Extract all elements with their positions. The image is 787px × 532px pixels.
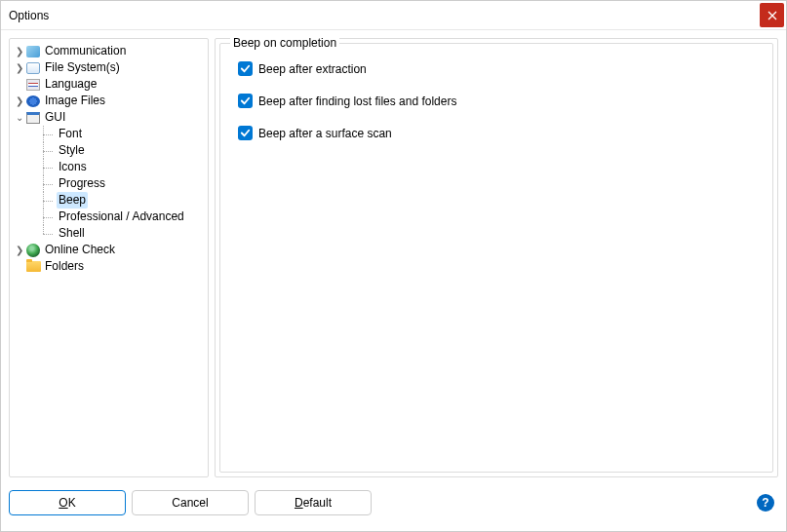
tree-label: Communication (43, 43, 128, 59)
titlebar: Options (1, 1, 786, 30)
tree-item-onlinecheck[interactable]: ❯ Online Check (12, 242, 206, 258)
check-icon (240, 128, 251, 138)
tree-children-gui: Font Style Icons Progress Beep Professio… (12, 126, 206, 242)
close-icon (767, 11, 777, 20)
tree-label: Language (43, 76, 98, 93)
checkbox-beep-surfacescan[interactable] (238, 126, 253, 140)
help-button[interactable]: ? (757, 494, 774, 512)
tree-item-language[interactable]: Language (12, 76, 206, 93)
window-title: Options (9, 9, 760, 22)
tree-label: Folders (43, 258, 86, 275)
tree-label: File System(s) (43, 59, 122, 76)
checkbox-label: Beep after finding lost files and folder… (258, 95, 456, 108)
close-button[interactable] (760, 3, 784, 27)
tree-item-icons[interactable]: Icons (12, 159, 206, 175)
tree-item-communication[interactable]: ❯ Communication (12, 43, 206, 59)
checkbox-label: Beep after a surface scan (258, 127, 392, 140)
tree-item-filesystems[interactable]: ❯ File System(s) (12, 59, 206, 76)
tree-label: Image Files (43, 93, 107, 109)
tree-item-gui[interactable]: ⌄ GUI (12, 109, 206, 126)
tree-item-beep[interactable]: Beep (12, 192, 206, 209)
default-button[interactable]: Default (255, 490, 372, 515)
communication-icon (25, 44, 41, 59)
fieldset-legend: Beep on completion (230, 36, 339, 50)
tree-label: Shell (57, 225, 87, 242)
chevron-right-icon[interactable]: ❯ (14, 93, 25, 109)
content-area: ❯ Communication ❯ File System(s) Languag… (1, 30, 786, 485)
check-icon (240, 63, 251, 74)
ok-button[interactable]: OK (9, 490, 126, 515)
tree-item-font[interactable]: Font (12, 126, 206, 142)
tree-item-folders[interactable]: Folders (12, 258, 206, 275)
folders-icon (25, 259, 41, 275)
button-bar: OK Cancel Default ? (1, 485, 786, 524)
settings-panel: Beep on completion Beep after extraction… (215, 38, 778, 477)
tree-item-imagefiles[interactable]: ❯ Image Files (12, 93, 206, 109)
image-files-icon (25, 94, 41, 109)
tree-label: Style (57, 142, 87, 159)
tree-label: Online Check (43, 242, 117, 258)
chevron-down-icon[interactable]: ⌄ (14, 109, 25, 126)
tree-label: Icons (57, 159, 89, 175)
checkbox-label: Beep after extraction (258, 62, 367, 76)
tree-item-progress[interactable]: Progress (12, 175, 206, 192)
checkbox-beep-extraction[interactable] (238, 61, 253, 76)
tree-label: Font (57, 126, 84, 142)
chevron-right-icon[interactable]: ❯ (14, 242, 25, 258)
tree-label: GUI (43, 109, 67, 126)
cancel-button[interactable]: Cancel (132, 490, 249, 515)
checkbox-row-lostfiles[interactable]: Beep after finding lost files and folder… (238, 94, 755, 108)
chevron-right-icon[interactable]: ❯ (14, 43, 25, 59)
filesystem-icon (25, 60, 41, 76)
gui-icon (25, 110, 41, 126)
beep-fieldset: Beep on completion Beep after extraction… (219, 43, 773, 473)
checkbox-beep-lostfiles[interactable] (238, 94, 253, 108)
tree-label: Progress (57, 175, 107, 192)
checkbox-row-surfacescan[interactable]: Beep after a surface scan (238, 126, 755, 140)
tree-item-professional[interactable]: Professional / Advanced (12, 209, 206, 225)
tree-label: Beep (57, 192, 88, 209)
language-icon (25, 77, 41, 93)
check-icon (240, 95, 251, 106)
checkbox-row-extraction[interactable]: Beep after extraction (238, 61, 755, 76)
options-tree[interactable]: ❯ Communication ❯ File System(s) Languag… (9, 38, 209, 477)
tree-item-shell[interactable]: Shell (12, 225, 206, 242)
tree-item-style[interactable]: Style (12, 142, 206, 159)
online-check-icon (25, 243, 41, 258)
chevron-right-icon[interactable]: ❯ (14, 59, 25, 76)
tree-label: Professional / Advanced (57, 209, 186, 225)
